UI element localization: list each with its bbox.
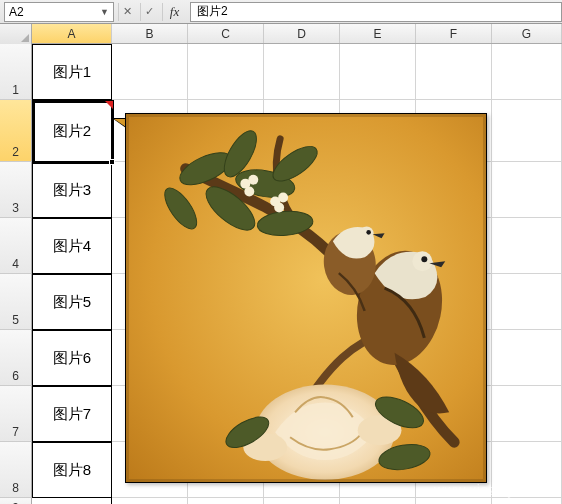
cell-A2[interactable]: 图片2 <box>32 100 112 162</box>
cell-A8[interactable]: 图片8 <box>32 442 112 498</box>
row-header-2[interactable]: 2 <box>0 100 32 162</box>
cell-G6[interactable] <box>492 330 562 386</box>
svg-point-12 <box>278 193 288 203</box>
name-box-text: A2 <box>9 5 24 19</box>
column-header-E[interactable]: E <box>340 24 416 43</box>
enter-button[interactable]: ✓ <box>140 3 158 21</box>
fx-button[interactable]: fx <box>162 3 186 21</box>
cancel-button[interactable]: ✕ <box>118 3 136 21</box>
cell-text: 图片6 <box>53 349 91 368</box>
cell-G2[interactable] <box>492 100 562 162</box>
cell-E1[interactable] <box>340 44 416 100</box>
cell-A7[interactable]: 图片7 <box>32 386 112 442</box>
column-header-B[interactable]: B <box>112 24 188 43</box>
cell-text: 图片1 <box>53 63 91 82</box>
row-header-1[interactable]: 1 <box>0 44 32 100</box>
row-header-3[interactable]: 3 <box>0 162 32 218</box>
column-header-D[interactable]: D <box>264 24 340 43</box>
grid-area: ABCDEFG 1图片12图片23图片34图片45图片56图片67图片78图片8… <box>0 24 562 504</box>
cell-G8[interactable] <box>492 442 562 498</box>
cell-A9[interactable] <box>32 498 112 504</box>
svg-point-10 <box>244 187 254 197</box>
column-header-C[interactable]: C <box>188 24 264 43</box>
column-header-A[interactable]: A <box>32 24 112 43</box>
cell-text: 图片4 <box>53 237 91 256</box>
row-header-9[interactable]: 9 <box>0 498 32 504</box>
cell-A6[interactable]: 图片6 <box>32 330 112 386</box>
cell-G1[interactable] <box>492 44 562 100</box>
cell-D1[interactable] <box>264 44 340 100</box>
cell-A1[interactable]: 图片1 <box>32 44 112 100</box>
cell-B1[interactable] <box>112 44 188 100</box>
svg-point-25 <box>366 230 371 235</box>
row-header-7[interactable]: 7 <box>0 386 32 442</box>
row-header-6[interactable]: 6 <box>0 330 32 386</box>
cell-A3[interactable]: 图片3 <box>32 162 112 218</box>
cell-G7[interactable] <box>492 386 562 442</box>
cell-C9[interactable] <box>188 498 264 504</box>
select-all-corner[interactable] <box>0 24 32 44</box>
formula-bar: A2 ▼ ✕ ✓ fx 图片2 <box>0 0 562 24</box>
name-box[interactable]: A2 ▼ <box>4 2 114 22</box>
cell-A4[interactable]: 图片4 <box>32 218 112 274</box>
cell-E9[interactable] <box>340 498 416 504</box>
formula-content: 图片2 <box>197 3 228 20</box>
cell-G3[interactable] <box>492 162 562 218</box>
column-header-G[interactable]: G <box>492 24 562 43</box>
column-header-F[interactable]: F <box>416 24 492 43</box>
formula-input[interactable]: 图片2 <box>190 2 562 22</box>
cell-text: 图片2 <box>53 122 91 141</box>
row: 9 <box>0 498 562 504</box>
cell-F9[interactable] <box>416 498 492 504</box>
cell-text: 图片3 <box>53 181 91 200</box>
svg-point-13 <box>274 203 284 213</box>
svg-point-9 <box>248 175 258 185</box>
cell-B9[interactable] <box>112 498 188 504</box>
svg-point-22 <box>421 256 427 262</box>
painting-icon <box>126 114 486 482</box>
cell-G4[interactable] <box>492 218 562 274</box>
row-header-4[interactable]: 4 <box>0 218 32 274</box>
row-header-8[interactable]: 8 <box>0 442 32 498</box>
cell-G5[interactable] <box>492 274 562 330</box>
cell-A5[interactable]: 图片5 <box>32 274 112 330</box>
cell-text: 图片5 <box>53 293 91 312</box>
row-header-5[interactable]: 5 <box>0 274 32 330</box>
chevron-down-icon[interactable]: ▼ <box>100 7 109 17</box>
row: 1图片1 <box>0 44 562 100</box>
fx-label: fx <box>170 4 179 20</box>
cell-D9[interactable] <box>264 498 340 504</box>
cell-G9[interactable] <box>492 498 562 504</box>
cell-text: 图片7 <box>53 405 91 424</box>
cell-F1[interactable] <box>416 44 492 100</box>
cell-text: 图片8 <box>53 461 91 480</box>
column-headers: ABCDEFG <box>0 24 562 44</box>
comment-image-popup[interactable] <box>125 113 487 483</box>
cell-C1[interactable] <box>188 44 264 100</box>
